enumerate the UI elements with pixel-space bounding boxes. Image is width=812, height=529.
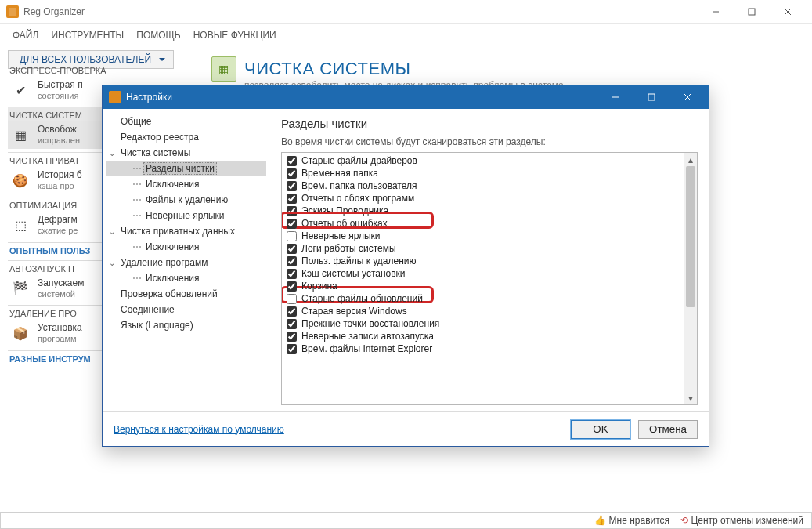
checkbox[interactable] bbox=[287, 306, 297, 317]
checkbox-row[interactable]: Врем. папка пользователя bbox=[285, 179, 680, 192]
checkbox[interactable] bbox=[287, 181, 297, 191]
uninstall-icon: 📦 bbox=[9, 324, 31, 342]
checkbox[interactable] bbox=[287, 319, 297, 329]
checkbox-label: Старая версия Windows bbox=[301, 306, 407, 317]
checkbox-row[interactable]: Прежние точки восстановления bbox=[285, 317, 680, 330]
sidebar-item-sub: программ bbox=[38, 334, 82, 344]
expand-icon[interactable]: ⌄ bbox=[107, 259, 117, 267]
defrag-icon: ⬚ bbox=[9, 217, 31, 234]
sidebar-item-title: История б bbox=[38, 169, 82, 180]
checkbox[interactable] bbox=[287, 332, 297, 342]
menu-item[interactable]: ПОМОЩЬ bbox=[132, 28, 185, 42]
checkbox-row[interactable]: Отчеты о сбоях программ bbox=[285, 192, 680, 205]
tree-label: Файлы к удалению bbox=[143, 194, 230, 206]
dialog-title-bar: Настройки bbox=[103, 85, 709, 109]
checkbox-row[interactable]: Логи работы системы bbox=[285, 242, 680, 255]
dialog-title: Настройки bbox=[126, 92, 597, 103]
tree-node[interactable]: Общие bbox=[106, 114, 266, 129]
tree-label: Неверные ярлыки bbox=[143, 209, 227, 222]
tree-node[interactable]: ⌄Чистка приватных данных bbox=[106, 223, 266, 239]
checkbox[interactable] bbox=[287, 244, 297, 254]
checkbox-label: Временная папка bbox=[301, 168, 378, 179]
checkbox-row[interactable]: Старые файлы драйверов bbox=[285, 154, 680, 167]
tree-node[interactable]: Соединение bbox=[106, 302, 266, 317]
thumb-up-icon: 👍 bbox=[594, 515, 606, 526]
cancel-button[interactable]: Отмена bbox=[638, 420, 698, 439]
checkbox-row[interactable]: Старые файлы обновлений bbox=[285, 292, 680, 305]
tree-node[interactable]: Проверка обновлений bbox=[106, 286, 266, 302]
checkbox[interactable] bbox=[287, 168, 297, 179]
checkbox-label: Польз. файлы к удалению bbox=[301, 255, 417, 266]
tree-label: Язык (Language) bbox=[118, 319, 196, 332]
checkbox[interactable] bbox=[287, 344, 297, 354]
checkbox[interactable] bbox=[287, 156, 297, 166]
checkbox-label: Отчеты о сбоях программ bbox=[301, 193, 414, 204]
undo-center-button[interactable]: ⟲ Центр отмены изменений bbox=[680, 515, 803, 526]
checkbox[interactable] bbox=[287, 194, 297, 204]
checkbox[interactable] bbox=[287, 206, 297, 216]
checkbox-label: Кэш системы установки bbox=[301, 268, 406, 279]
checkbox[interactable] bbox=[287, 269, 297, 279]
checkbox-row[interactable]: Врем. файлы Internet Explorer bbox=[285, 342, 680, 355]
scroll-thumb[interactable] bbox=[686, 166, 695, 307]
tree-label: Проверка обновлений bbox=[118, 288, 220, 300]
expand-icon[interactable]: ⌄ bbox=[107, 149, 117, 158]
tree-node[interactable]: Язык (Language) bbox=[106, 317, 266, 333]
checkbox-row[interactable]: Неверные ярлыки bbox=[285, 230, 680, 242]
ok-button[interactable]: OK bbox=[571, 420, 630, 439]
checkbox-row[interactable]: Неверные записи автозапуска bbox=[285, 330, 680, 342]
expand-icon[interactable]: ⌄ bbox=[107, 227, 117, 236]
checkbox-row[interactable]: Корзина bbox=[285, 280, 680, 292]
panel-description: Во время чистки системы будут сканироват… bbox=[281, 136, 698, 147]
sidebar-item-title: Быстрая п bbox=[38, 79, 83, 90]
sidebar-group-header[interactable]: ЭКСПРЕСС-ПРОВЕРКА bbox=[8, 63, 196, 77]
checkbox-list[interactable]: Старые файлы драйверовВременная папкаВре… bbox=[282, 153, 684, 404]
checkbox-label: Неверные ярлыки bbox=[301, 230, 381, 241]
tree-node[interactable]: ⋯ Исключения bbox=[106, 239, 266, 255]
checkbox-row[interactable]: Эскизы Проводника bbox=[285, 205, 680, 217]
scroll-down-button[interactable]: ▾ bbox=[684, 391, 697, 404]
menu-item[interactable]: ФАЙЛ bbox=[8, 28, 43, 42]
minimize-button[interactable] bbox=[698, 0, 734, 24]
tree-node[interactable]: ⋯ Исключения bbox=[106, 270, 266, 286]
checkbox-list-container: Старые файлы драйверовВременная папкаВре… bbox=[281, 152, 698, 405]
scroll-up-button[interactable]: ▴ bbox=[684, 153, 697, 166]
menu-item[interactable]: ИНСТРУМЕНТЫ bbox=[46, 28, 128, 42]
checkbox-row[interactable]: Временная папка bbox=[285, 167, 680, 179]
tree-node[interactable]: ⋯ Исключения bbox=[106, 176, 266, 192]
svg-rect-1 bbox=[749, 9, 755, 15]
checkbox-row[interactable]: Польз. файлы к удалению bbox=[285, 255, 680, 267]
checkbox[interactable] bbox=[287, 294, 297, 304]
tree-label: Редактор реестра bbox=[118, 131, 201, 143]
tree-node[interactable]: ⋯ Неверные ярлыки bbox=[106, 208, 266, 223]
main-title-bar: Reg Organizer bbox=[0, 0, 812, 24]
checkbox-label: Старые файлы драйверов bbox=[301, 155, 417, 166]
sidebar-item-sub: сжатие ре bbox=[38, 226, 78, 236]
dialog-maximize-button[interactable] bbox=[633, 85, 669, 109]
reset-defaults-link[interactable]: Вернуться к настройкам по умолчанию bbox=[114, 424, 284, 435]
tree-label: Исключения bbox=[143, 178, 202, 190]
close-button[interactable] bbox=[770, 0, 806, 24]
checkbox[interactable] bbox=[287, 219, 297, 229]
page-icon: ▦ bbox=[211, 56, 236, 82]
checkbox-row[interactable]: Отчеты об ошибках bbox=[285, 217, 680, 230]
maximize-button[interactable] bbox=[734, 0, 770, 24]
menu-item[interactable]: НОВЫЕ ФУНКЦИИ bbox=[189, 28, 281, 42]
tree-node[interactable]: ⋯ Разделы чистки bbox=[106, 161, 266, 176]
sidebar-item-title: Дефрагм bbox=[38, 214, 78, 225]
dialog-close-button[interactable] bbox=[669, 85, 706, 109]
tree-node[interactable]: ⋯ Файлы к удалению bbox=[106, 192, 266, 208]
like-button[interactable]: 👍 Мне нравится bbox=[594, 515, 669, 526]
tree-node[interactable]: ⌄Удаление программ bbox=[106, 255, 266, 270]
checkbox[interactable] bbox=[287, 231, 297, 241]
checkbox-row[interactable]: Кэш системы установки bbox=[285, 267, 680, 280]
checkbox[interactable] bbox=[287, 281, 297, 292]
dialog-minimize-button[interactable] bbox=[597, 85, 633, 109]
checkbox-row[interactable]: Старая версия Windows bbox=[285, 305, 680, 317]
scrollbar[interactable]: ▴ ▾ bbox=[684, 153, 697, 404]
checkbox[interactable] bbox=[287, 256, 297, 266]
clean-icon: ▦ bbox=[9, 127, 31, 144]
tree-node[interactable]: ⌄Чистка системы bbox=[106, 145, 266, 161]
tree-node[interactable]: Редактор реестра bbox=[106, 129, 266, 145]
settings-tree[interactable]: ОбщиеРедактор реестра⌄Чистка системы⋯ Ра… bbox=[103, 109, 267, 411]
